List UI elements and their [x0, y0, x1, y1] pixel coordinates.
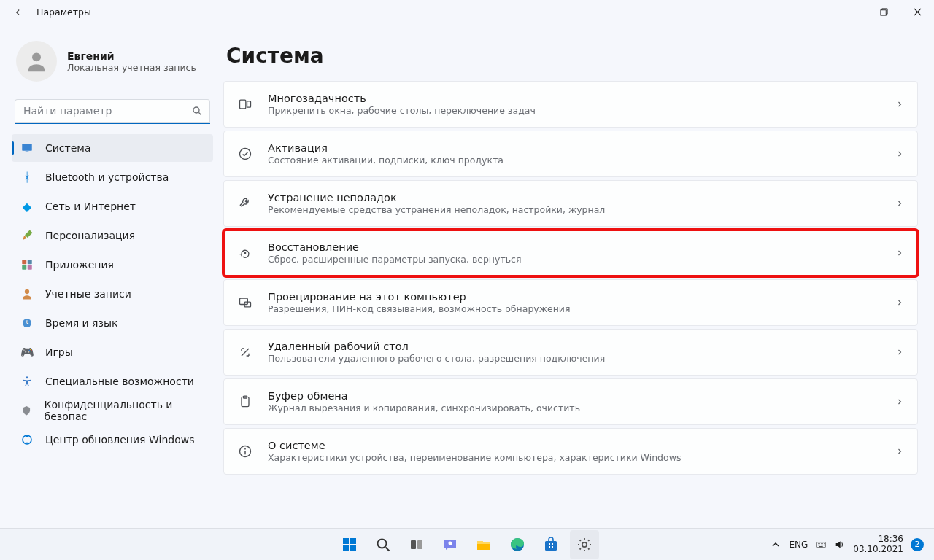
- search-input[interactable]: [15, 99, 210, 124]
- settings-list: МногозадачностьПрикрепить окна, рабочие …: [223, 81, 918, 475]
- svg-point-34: [582, 542, 587, 546]
- window-minimize[interactable]: [833, 0, 867, 23]
- window-close[interactable]: [900, 0, 934, 23]
- nav-item-update[interactable]: Центр обновления Windows: [12, 426, 213, 454]
- tray-clock[interactable]: 18:36 03.10.2021: [853, 534, 903, 555]
- accessibility-icon: [20, 375, 34, 388]
- nav-label: Время и язык: [45, 317, 117, 329]
- titlebar: Параметры: [0, 0, 934, 23]
- nav-item-accounts[interactable]: Учетные записи: [12, 280, 213, 308]
- avatar: [16, 41, 57, 82]
- multitask-icon: [237, 96, 253, 112]
- svg-rect-25: [343, 538, 349, 544]
- nav-label: Специальные возможности: [45, 376, 194, 387]
- store-icon[interactable]: [536, 530, 566, 559]
- start-button[interactable]: [335, 530, 364, 559]
- back-button[interactable]: [13, 7, 23, 17]
- system-tray: ENG 18:36 03.10.2021 2: [770, 534, 934, 555]
- setting-card[interactable]: Буфер обменаЖурнал вырезания и копирован…: [223, 378, 918, 425]
- display-icon: [20, 141, 34, 155]
- card-subtitle: Прикрепить окна, рабочие столы, переключ…: [268, 105, 881, 116]
- nav-item-bluetooth[interactable]: ᚼBluetooth и устройства: [12, 163, 213, 191]
- chevron-right-icon: [895, 147, 904, 161]
- setting-card[interactable]: Проецирование на этот компьютерРазрешени…: [223, 279, 918, 326]
- edge-icon[interactable]: [503, 530, 532, 559]
- search-box[interactable]: [15, 99, 210, 124]
- card-subtitle: Журнал вырезания и копирования, синхрони…: [268, 402, 881, 413]
- tray-input-icon[interactable]: [815, 539, 827, 551]
- svg-rect-19: [28, 260, 32, 264]
- settings-taskbar-icon[interactable]: [570, 530, 599, 559]
- tray-date: 03.10.2021: [853, 545, 903, 555]
- privacy-icon: [20, 404, 33, 417]
- card-title: О системе: [268, 440, 881, 451]
- taskbar-search[interactable]: [368, 530, 398, 559]
- svg-point-31: [449, 541, 452, 545]
- svg-rect-26: [350, 538, 356, 544]
- wifi-icon: ◆: [20, 200, 34, 213]
- window-restore[interactable]: [867, 0, 900, 23]
- search-icon: [191, 105, 203, 120]
- svg-rect-18: [22, 260, 26, 264]
- card-title: Многозадачность: [268, 93, 881, 104]
- games-icon: 🎮: [20, 346, 34, 359]
- nav-label: Персонализация: [45, 230, 135, 241]
- card-title: Проецирование на этот компьютер: [268, 291, 881, 303]
- user-card[interactable]: Евгений Локальная учетная запись: [12, 41, 213, 95]
- svg-rect-28: [350, 545, 356, 551]
- taskbar: ENG 18:36 03.10.2021 2: [0, 528, 934, 560]
- nav-item-time[interactable]: Время и язык: [12, 309, 213, 337]
- card-subtitle: Разрешения, ПИН-код связывания, возможно…: [268, 303, 881, 314]
- nav-item-apps[interactable]: Приложения: [12, 251, 213, 279]
- card-subtitle: Сброс, расширенные параметры запуска, ве…: [268, 254, 881, 265]
- chevron-right-icon: [895, 246, 904, 260]
- nav-item-accessibility[interactable]: Специальные возможности: [12, 368, 213, 395]
- nav-item-games[interactable]: 🎮Игры: [12, 338, 213, 366]
- page-title: Система: [226, 44, 918, 68]
- nav: СистемаᚼBluetooth и устройства◆Сеть и Ин…: [12, 134, 213, 454]
- time-icon: [20, 316, 34, 330]
- svg-rect-29: [411, 540, 416, 549]
- apps-icon: [20, 258, 34, 271]
- user-subtitle: Локальная учетная запись: [67, 62, 196, 73]
- card-title: Удаленный рабочий стол: [268, 341, 881, 352]
- remote-icon: [237, 344, 253, 360]
- nav-item-privacy[interactable]: Конфиденциальность и безопас: [12, 397, 213, 424]
- nav-label: Конфиденциальность и безопас: [45, 399, 204, 422]
- nav-item-brush[interactable]: Персонализация: [12, 222, 213, 249]
- card-subtitle: Пользователи удаленного рабочего стола, …: [268, 353, 881, 364]
- card-subtitle: Состояние активации, подписки, ключ прод…: [268, 155, 881, 166]
- card-subtitle: Характеристики устройства, переименовани…: [268, 452, 881, 463]
- chat-icon[interactable]: [436, 530, 465, 559]
- bluetooth-icon: ᚼ: [20, 171, 34, 184]
- notifications-badge[interactable]: 2: [911, 538, 924, 551]
- setting-card[interactable]: АктивацияСостояние активации, подписки, …: [223, 131, 918, 177]
- svg-rect-20: [22, 265, 26, 270]
- setting-card[interactable]: О системеХарактеристики устройства, пере…: [223, 428, 918, 475]
- svg-rect-27: [343, 545, 349, 551]
- nav-item-wifi[interactable]: ◆Сеть и Интернет: [12, 192, 213, 220]
- card-title: Буфер обмена: [268, 390, 881, 402]
- tray-volume-icon[interactable]: [834, 539, 846, 551]
- setting-card[interactable]: МногозадачностьПрикрепить окна, рабочие …: [223, 81, 918, 128]
- file-explorer-icon[interactable]: [469, 530, 498, 559]
- svg-rect-30: [417, 540, 422, 549]
- task-view[interactable]: [402, 530, 431, 559]
- check-icon: [237, 146, 253, 162]
- nav-item-display[interactable]: Система: [12, 134, 213, 162]
- card-title: Восстановление: [268, 241, 881, 253]
- setting-card[interactable]: Устранение неполадокРекомендуемые средст…: [223, 180, 918, 227]
- recovery-icon: [237, 245, 253, 261]
- nav-label: Приложения: [45, 259, 114, 271]
- chevron-right-icon: [895, 98, 904, 112]
- tray-overflow-icon[interactable]: [770, 539, 781, 551]
- brush-icon: [20, 229, 34, 242]
- chevron-right-icon: [895, 296, 904, 310]
- chevron-right-icon: [895, 346, 904, 359]
- chevron-right-icon: [895, 445, 904, 459]
- tray-time: 18:36: [853, 534, 903, 545]
- setting-card[interactable]: Удаленный рабочий столПользователи удале…: [223, 329, 918, 376]
- update-icon: [20, 433, 34, 446]
- setting-card[interactable]: ВосстановлениеСброс, расширенные парамет…: [223, 230, 918, 276]
- tray-language[interactable]: ENG: [789, 540, 808, 550]
